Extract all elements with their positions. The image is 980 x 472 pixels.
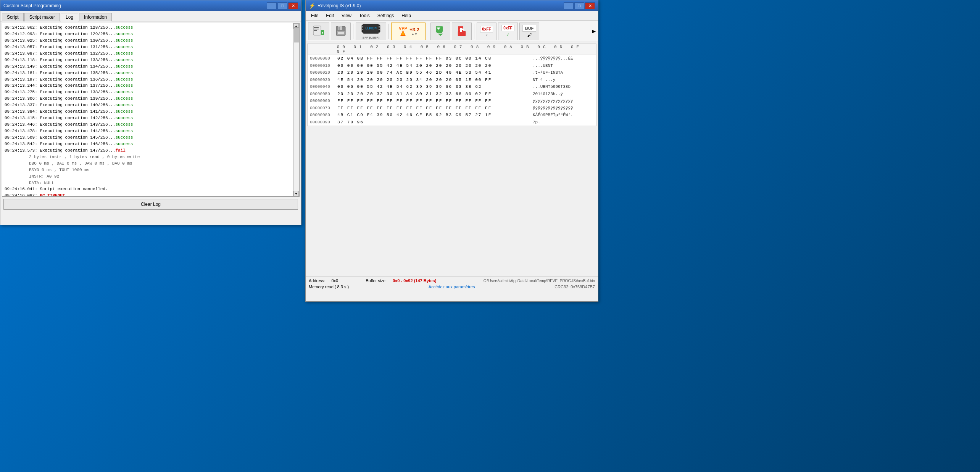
scroll-thumb[interactable]	[294, 27, 299, 42]
csp-minimize-button[interactable]: ─	[267, 2, 277, 9]
log-status-success: success	[115, 64, 133, 69]
menu-tools[interactable]: Tools	[356, 12, 373, 19]
log-line: 09:24:13.415: Executing operation 142/25…	[5, 115, 297, 121]
eeprom-label: SFP [USER]	[363, 36, 379, 39]
svg-rect-8	[338, 27, 340, 30]
read-button[interactable]	[430, 23, 450, 40]
hex-row[interactable]: 000000304E 54 20 20 20 20 20 20 34 20 20…	[308, 76, 596, 84]
script-load-button[interactable]	[308, 23, 329, 40]
log-line: DATA: NULL	[5, 180, 297, 186]
brush-icon: 🖌	[527, 32, 532, 38]
log-status-success: success	[115, 129, 133, 133]
log-line: 09:24:13.306: Executing operation 139/25…	[5, 96, 297, 102]
log-content[interactable]: 09:24:12.962: Executing operation 128/25…	[2, 23, 299, 196]
tab-log[interactable]: Log	[61, 13, 78, 21]
hex-header-bytes: 00 01 02 03 04 05 06 07 08 09 0A 0B 0C 0…	[337, 45, 594, 54]
hex-row[interactable]: 0000002020 20 20 20 00 74 AC B9 55 46 2D…	[308, 69, 596, 76]
revelprog-title: Revelprog IS (v1.9.0)	[318, 3, 361, 8]
hex-rows-container[interactable]: 0000000002 04 0B FF FF FF FF FF FF FF FF…	[308, 55, 596, 126]
hex-ascii: 20140123h..ÿ	[533, 91, 594, 97]
tab-script[interactable]: Script	[2, 13, 24, 21]
log-status-success: success	[115, 135, 133, 140]
menubar: File Edit View Tools Settings Help	[306, 11, 598, 21]
download-icon	[435, 25, 446, 37]
revelprog-minimize-button[interactable]: ─	[564, 2, 574, 9]
toolbar: EEPROM SFP [USER] V	[306, 21, 598, 42]
hex-row[interactable]: 0000005020 20 20 20 32 30 31 34 30 31 32…	[308, 91, 596, 98]
hex-ascii: ÿÿÿÿÿÿÿÿÿÿÿÿÿÿÿÿ	[533, 98, 594, 104]
hex-row[interactable]: 0000009037 70 967p.	[308, 119, 596, 126]
menu-help[interactable]: Help	[398, 12, 414, 19]
toolbar-scroll-right[interactable]: ▶	[592, 28, 596, 34]
svg-rect-23	[436, 26, 443, 32]
svg-rect-17	[379, 26, 380, 27]
log-status-success: success	[115, 90, 133, 94]
buf-button[interactable]: BUF 🖌	[519, 23, 539, 40]
log-line: 09:24:12.962: Executing operation 128/25…	[5, 25, 297, 31]
revelprog-maximize-button[interactable]: □	[574, 2, 584, 9]
erase-icon: 0xFF	[480, 26, 493, 32]
svg-text:EEPROM: EEPROM	[366, 27, 377, 30]
write-button[interactable]	[452, 23, 472, 40]
tab-script-maker[interactable]: Script maker	[24, 13, 60, 21]
log-status-success: success	[115, 116, 133, 120]
clear-log-button[interactable]: Clear Log	[3, 199, 298, 210]
save-button[interactable]	[331, 23, 351, 40]
hex-addr: 00000010	[310, 63, 337, 69]
hex-bytes: FF FF FF FF FF FF FF FF FF FF FF FF FF F…	[337, 105, 527, 112]
revelprog-close-button[interactable]: ✕	[585, 2, 595, 9]
log-line: 09:24:13.149: Executing operation 134/25…	[5, 64, 297, 70]
revelprog-window-controls: ─ □ ✕	[564, 2, 595, 9]
log-status-success: success	[115, 103, 133, 107]
eeprom-icon: EEPROM	[361, 23, 381, 35]
hex-bytes: 4E 54 20 20 20 20 20 20 34 20 20 20 05 1…	[337, 77, 527, 83]
log-line: 09:24:13.337: Executing operation 140/25…	[5, 102, 297, 108]
hex-row[interactable]: 0000004000 06 00 55 42 4E 54 62 39 39 39…	[308, 83, 596, 91]
toolbar-sep-3	[428, 24, 428, 39]
hex-row[interactable]: 00000070FF FF FF FF FF FF FF FF FF FF FF…	[308, 105, 596, 112]
toolbar-sep-4	[474, 24, 474, 39]
hex-row[interactable]: 0000001000 00 00 00 55 42 4E 54 20 20 20…	[308, 62, 596, 70]
menu-view[interactable]: View	[338, 12, 355, 19]
hex-row[interactable]: 0000000002 04 0B FF FF FF FF FF FF FF FF…	[308, 55, 596, 62]
hex-bytes: 02 04 0B FF FF FF FF FF FF FF FF 03 0C 0…	[337, 55, 527, 62]
buffer-label: Buffer size:	[366, 278, 387, 283]
erase-button[interactable]: 0xFF ?	[477, 23, 496, 40]
menu-settings[interactable]: Settings	[374, 12, 397, 19]
log-line: 09:24:13.197: Executing operation 136/25…	[5, 77, 297, 83]
hex-bytes: FF FF FF FF FF FF FF FF FF FF FF FF FF F…	[337, 98, 527, 104]
svg-rect-1	[314, 27, 319, 28]
svg-rect-7	[338, 26, 342, 30]
hex-ascii: 7p.	[533, 119, 594, 126]
vpp-button[interactable]: VPP +3.2 ▲▼	[391, 23, 426, 40]
log-status-success: success	[115, 51, 133, 56]
log-line: 09:24:12.993: Executing operation 129/25…	[5, 31, 297, 37]
tab-information[interactable]: Information	[79, 13, 112, 21]
log-scrollbar[interactable]: ▲ ▼	[293, 23, 299, 196]
csp-title: Custom Script Programming	[3, 3, 61, 8]
menu-file[interactable]: File	[308, 12, 321, 19]
hex-bytes: 00 06 00 55 42 4E 54 62 39 39 39 66 33 3…	[337, 84, 527, 90]
log-status-success: success	[115, 71, 133, 75]
memory-read-status: Memory read ( 8.3 s )	[309, 284, 349, 289]
eeprom-button[interactable]: EEPROM SFP [USER]	[356, 23, 386, 40]
log-line: 09:24:13.275: Executing operation 138/25…	[5, 89, 297, 95]
svg-rect-19	[379, 29, 380, 30]
params-link[interactable]: Accédez aux paramètres	[429, 284, 475, 289]
csp-maximize-button[interactable]: □	[277, 2, 287, 9]
hex-ascii: ÿÿÿÿÿÿÿÿÿÿÿÿÿÿÿÿ	[533, 105, 594, 112]
buf-icon: BUF	[522, 25, 537, 32]
hex-bytes: 37 70 96	[337, 119, 527, 126]
csp-close-button[interactable]: ✕	[288, 2, 298, 9]
hex-bytes: 20 20 20 20 00 74 AC B9 55 46 2D 49 4E 5…	[337, 70, 527, 76]
menu-edit[interactable]: Edit	[323, 12, 337, 19]
fill-button[interactable]: 0xFF ✓	[498, 23, 518, 40]
hex-row[interactable]: 000000804B C1 C9 F4 39 50 42 46 CF B5 92…	[308, 112, 596, 119]
statusbar-row2: Memory read ( 8.3 s ) Accédez aux paramè…	[306, 284, 598, 290]
hex-row[interactable]: 00000060FF FF FF FF FF FF FF FF FF FF FF…	[308, 97, 596, 105]
svg-rect-15	[362, 27, 363, 28]
hex-ascii: KÁÉô9PBFÏµ²³ÉW'.	[533, 112, 594, 118]
hex-addr: 00000070	[310, 105, 337, 112]
log-line: 09:24:16.087: PC TIMEOUT	[5, 193, 297, 196]
scroll-down-arrow[interactable]: ▼	[293, 191, 299, 196]
